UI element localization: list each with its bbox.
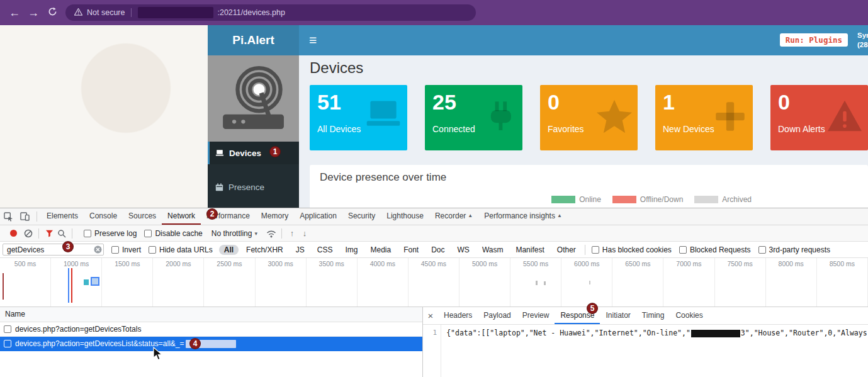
- navbar-corner-text: Sym (28,: [857, 31, 868, 50]
- tab-memory[interactable]: Memory: [256, 208, 294, 225]
- filter-icon[interactable]: [43, 227, 55, 240]
- tab-network[interactable]: Network: [162, 208, 201, 225]
- checkbox-box[interactable]: [4, 340, 11, 347]
- sidebar-item-label: Presence: [228, 183, 264, 192]
- legend-archived[interactable]: Archived: [694, 195, 752, 204]
- timeline-dcl-line: [68, 268, 69, 303]
- legend-swatch-online: [551, 196, 575, 203]
- tab-elements[interactable]: Elements: [41, 208, 84, 225]
- card-new-devices[interactable]: 1 New Devices: [655, 85, 753, 150]
- sidebar-item-presence[interactable]: Presence: [208, 176, 299, 198]
- invert-checkbox[interactable]: Invert: [111, 245, 141, 254]
- filter-input[interactable]: [3, 244, 104, 256]
- filter-type-all[interactable]: All: [219, 245, 239, 255]
- export-har-icon[interactable]: ↓: [298, 228, 311, 238]
- clear-filter-icon[interactable]: [94, 245, 102, 256]
- tab-cookies[interactable]: Cookies: [670, 307, 708, 324]
- tab-label: Recorder: [435, 208, 466, 224]
- pialert-logo[interactable]: Pi.Alert: [208, 25, 299, 55]
- legend-swatch-archived: [694, 196, 718, 203]
- disable-cache-checkbox[interactable]: Disable cache: [144, 229, 202, 238]
- tab-label: Console: [89, 208, 117, 224]
- search-icon[interactable]: [55, 227, 68, 240]
- legend-label: Archived: [722, 195, 752, 204]
- filter-type-media[interactable]: Media: [365, 245, 396, 255]
- request-row-getdeviceslist[interactable]: devices.php?action=getDevicesList&status…: [0, 337, 422, 351]
- filter-type-img[interactable]: Img: [340, 245, 363, 255]
- device-toolbar-icon[interactable]: [16, 208, 33, 225]
- legend-offline-down[interactable]: Offline/Down: [612, 195, 683, 204]
- tick-label: 6500 ms: [625, 260, 650, 267]
- clear-icon[interactable]: [22, 227, 35, 240]
- tab-recorder[interactable]: Recorder▲: [429, 208, 478, 225]
- third-party-requests-checkbox[interactable]: 3rd-party requests: [758, 245, 830, 254]
- filter-type-manifest[interactable]: Manifest: [510, 245, 549, 255]
- refresh-icon[interactable]: [43, 6, 62, 20]
- network-conditions-icon[interactable]: [265, 227, 278, 240]
- tab-headers[interactable]: Headers: [438, 307, 478, 324]
- toolbar-divider: [72, 228, 72, 239]
- back-icon[interactable]: ←: [5, 6, 24, 20]
- card-favorites[interactable]: 0 Favorites: [540, 85, 638, 150]
- devtools-panel: Elements Console Sources Network Perform…: [0, 208, 868, 377]
- card-all-devices[interactable]: 51 All Devices: [310, 85, 407, 150]
- filter-type-doc[interactable]: Doc: [426, 245, 449, 255]
- presence-panel-title: Device presence over time: [320, 171, 446, 184]
- tab-console[interactable]: Console: [84, 208, 123, 225]
- throttling-dropdown[interactable]: No throttling ▾: [211, 229, 257, 238]
- network-overview-timeline[interactable]: 500 ms 1000 ms 1500 ms 2000 ms 2500 ms 3…: [0, 258, 868, 307]
- card-label: Favorites: [548, 124, 584, 134]
- forward-icon[interactable]: →: [24, 6, 43, 20]
- tab-timing[interactable]: Timing: [636, 307, 670, 324]
- has-blocked-cookies-checkbox[interactable]: Has blocked cookies: [592, 245, 672, 254]
- corner-line1: Sym: [857, 31, 868, 40]
- record-icon[interactable]: [10, 230, 17, 237]
- checkbox-label: Hide data URLs: [159, 245, 213, 254]
- response-body-line: {"data":[["laptop","Net - Huawei","Inter…: [441, 325, 868, 377]
- mouse-cursor: [153, 347, 163, 364]
- tab-application[interactable]: Application: [294, 208, 342, 225]
- close-icon[interactable]: ×: [423, 310, 438, 321]
- filter-type-fetch-xhr[interactable]: Fetch/XHR: [241, 245, 288, 255]
- annotation-step-2: 2: [206, 208, 218, 220]
- legend-swatch-offline: [612, 196, 636, 203]
- card-down-alerts[interactable]: 0 Down Alerts: [770, 85, 868, 150]
- blocked-requests-checkbox[interactable]: Blocked Requests: [679, 245, 751, 254]
- tab-initiator[interactable]: Initiator: [600, 307, 636, 324]
- filter-type-wasm[interactable]: Wasm: [477, 245, 509, 255]
- filter-type-other[interactable]: Other: [552, 245, 581, 255]
- legend-label: Offline/Down: [640, 195, 683, 204]
- tab-payload[interactable]: Payload: [478, 307, 516, 324]
- import-har-icon[interactable]: ↑: [286, 228, 298, 238]
- hide-data-urls-checkbox[interactable]: Hide data URLs: [149, 245, 213, 254]
- plug-icon: [483, 99, 517, 137]
- router-logo-image: [208, 55, 299, 142]
- inspect-element-icon[interactable]: [0, 208, 16, 225]
- card-label: All Devices: [317, 124, 361, 134]
- tab-lighthouse[interactable]: Lighthouse: [381, 208, 429, 225]
- hamburger-icon[interactable]: ≡: [309, 33, 317, 48]
- checkbox-box: [144, 230, 152, 237]
- tab-sources[interactable]: Sources: [123, 208, 162, 225]
- tab-performance-insights[interactable]: Performance insights▲: [478, 208, 568, 225]
- request-name-column-header[interactable]: Name: [0, 307, 422, 322]
- filter-type-js[interactable]: JS: [291, 245, 310, 255]
- tab-label: Sources: [128, 208, 156, 224]
- request-row-getdevicestotals[interactable]: devices.php?action=getDevicesTotals: [0, 322, 422, 337]
- legend-online[interactable]: Online: [551, 195, 601, 204]
- filter-type-ws[interactable]: WS: [453, 245, 475, 255]
- experiment-icon: ▲: [468, 208, 473, 224]
- card-connected[interactable]: 25 Connected: [425, 85, 522, 150]
- run-plugins-button[interactable]: Run: Plugins: [780, 33, 848, 47]
- filter-type-font[interactable]: Font: [398, 245, 424, 255]
- tick-label: 7000 ms: [676, 260, 701, 267]
- app-navbar: ≡ Run: Plugins: [299, 25, 868, 55]
- tab-preview[interactable]: Preview: [517, 307, 555, 324]
- sidebar-item-devices[interactable]: Devices: [208, 142, 299, 164]
- tab-security[interactable]: Security: [342, 208, 381, 225]
- checkbox-box[interactable]: [4, 325, 11, 333]
- preserve-log-checkbox[interactable]: Preserve log: [84, 229, 137, 238]
- main-content: Devices 51 All Devices 25 Connected 0 Fa…: [299, 55, 868, 208]
- filter-type-css[interactable]: CSS: [312, 245, 338, 255]
- address-bar[interactable]: Not secure :20211/devices.php: [65, 4, 476, 21]
